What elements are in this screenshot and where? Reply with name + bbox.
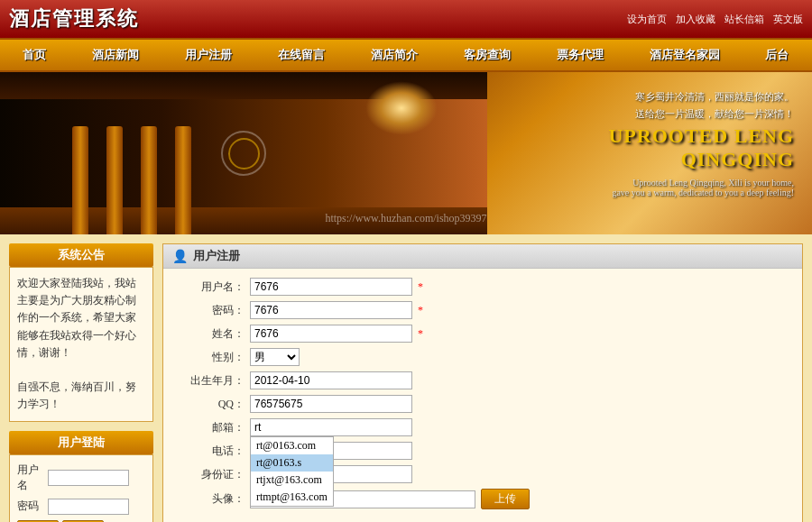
set-home-link[interactable]: 设为首页: [627, 13, 667, 26]
hero-column-2: [106, 126, 123, 234]
username-required: *: [418, 280, 423, 294]
hero-columns: [72, 126, 191, 234]
avatar-label: 头像：: [181, 491, 245, 507]
login-form: 用户名 密码 登陆 重置: [9, 454, 153, 523]
main-content: 系统公告 欢迎大家登陆我站，我站主要是为广大朋友精心制作的一个系统，希望大家能够…: [0, 234, 812, 522]
hero-column-3: [141, 126, 157, 234]
qq-input[interactable]: [250, 395, 412, 413]
nav-admin[interactable]: 后台: [758, 45, 796, 65]
site-title: 酒店管理系统: [9, 5, 139, 32]
register-title: 用户注册: [193, 248, 240, 264]
register-box: 👤 用户注册 用户名： * 密码： * 姓名：: [162, 243, 803, 522]
email-row: 邮箱： rt@0163.com rt@0163.s rtjxt@163.com …: [181, 418, 784, 436]
hero-logo-inner: [228, 138, 260, 169]
upload-button[interactable]: 上传: [481, 489, 530, 509]
username-row: 用户名： *: [181, 278, 784, 296]
email-input[interactable]: [250, 418, 412, 436]
birthday-label: 出生年月：: [181, 373, 245, 389]
login-password-row: 密码: [17, 499, 145, 515]
qq-label: QQ：: [181, 397, 245, 412]
autocomplete-item-0[interactable]: rt@0163.com: [251, 437, 333, 454]
notice-content: 欢迎大家登陆我站，我站主要是为广大朋友精心制作的一个系统，希望大家能够在我站欢得…: [9, 267, 153, 422]
nav-register[interactable]: 用户注册: [178, 45, 239, 65]
autocomplete-item-1[interactable]: rt@0163.s: [251, 454, 333, 472]
password-input[interactable]: [250, 301, 412, 319]
register-icon: 👤: [172, 249, 188, 264]
hero-en-sub: Uprooted Leng Qingqing, Xili is your hom…: [608, 178, 794, 197]
gender-row: 性别： 男 女: [181, 348, 784, 366]
birthday-input[interactable]: [250, 371, 412, 389]
realname-required: *: [418, 327, 423, 341]
login-username-row: 用户名: [17, 462, 145, 493]
hero-column-1: [72, 126, 88, 234]
hero-en-title-line2: QINGQING: [608, 148, 794, 171]
username-label: 用户名：: [181, 279, 245, 295]
hero-en-title-line1: UPROOTED LENG: [608, 124, 794, 148]
top-links: 设为首页 加入收藏 站长信箱 英文版: [627, 13, 803, 26]
email-autocomplete: rt@0163.com rt@0163.s rtjxt@163.com rtmp…: [250, 436, 334, 507]
hero-text: 寒乡蜀井冷清清，西丽就是你的家。 送给您一片温暖，献给您一片深情！ UPROOT…: [608, 90, 794, 197]
password-row: 密码： *: [181, 301, 784, 319]
top-bar: 酒店管理系统 设为首页 加入收藏 站长信箱 英文版: [0, 0, 812, 38]
hero-cn-line2: 送给您一片温暖，献给您一片深情！: [608, 107, 794, 121]
autocomplete-item-3[interactable]: rtmpt@163.com: [251, 489, 333, 506]
hero-column-4: [175, 126, 191, 234]
hero-banner: 寒乡蜀井冷清清，西丽就是你的家。 送给您一片温暖，献给您一片深情！ UPROOT…: [0, 72, 812, 234]
webmaster-link[interactable]: 站长信箱: [724, 13, 764, 26]
gender-select[interactable]: 男 女: [250, 348, 300, 366]
email-container: rt@0163.com rt@0163.s rtjxt@163.com rtmp…: [250, 418, 412, 436]
sidebar: 系统公告 欢迎大家登陆我站，我站主要是为广大朋友精心制作的一个系统，希望大家能够…: [9, 243, 153, 522]
realname-label: 姓名：: [181, 326, 245, 342]
login-header: 用户登陆: [9, 431, 153, 454]
nav-bar: 首页 酒店新闻 用户注册 在线留言 酒店简介 客房查询 票务代理 酒店登名家园 …: [0, 38, 812, 72]
hero-logo: [221, 131, 266, 176]
nav-hotel-home[interactable]: 酒店登名家园: [642, 45, 727, 65]
right-main: 👤 用户注册 用户名： * 密码： * 姓名：: [162, 243, 803, 522]
nav-news[interactable]: 酒店新闻: [85, 45, 146, 65]
hero-logo-circle: [221, 131, 266, 176]
nav-message[interactable]: 在线留言: [271, 45, 332, 65]
nav-about[interactable]: 酒店简介: [364, 45, 425, 65]
english-link[interactable]: 英文版: [773, 13, 803, 26]
qq-row: QQ：: [181, 395, 784, 413]
email-label: 邮箱：: [181, 420, 245, 435]
idcard-label: 身份证：: [181, 467, 245, 482]
birthday-row: 出生年月：: [181, 371, 784, 389]
nav-rooms[interactable]: 客房查询: [457, 45, 518, 65]
password-required: *: [418, 304, 423, 317]
nav-home[interactable]: 首页: [15, 45, 53, 65]
hero-chandelier: [365, 81, 438, 135]
register-form: 用户名： * 密码： * 姓名： * 性别：: [163, 269, 802, 522]
autocomplete-item-2[interactable]: rtjxt@163.com: [251, 472, 333, 489]
login-username-input[interactable]: [48, 470, 129, 486]
password-label: 密码：: [181, 303, 245, 318]
login-username-label: 用户名: [17, 462, 44, 493]
hero-cn-line1: 寒乡蜀井冷清清，西丽就是你的家。: [608, 90, 794, 104]
hero-watermark: https://www.huzhan.com/ishop39397: [325, 212, 486, 225]
gender-label: 性别：: [181, 350, 245, 365]
notice-section: 系统公告 欢迎大家登陆我站，我站主要是为广大朋友精心制作的一个系统，希望大家能够…: [9, 243, 153, 422]
realname-input[interactable]: [250, 325, 412, 343]
register-header: 👤 用户注册: [163, 244, 802, 269]
bookmark-link[interactable]: 加入收藏: [676, 13, 715, 26]
login-password-label: 密码: [17, 499, 44, 514]
notice-header: 系统公告: [9, 243, 153, 267]
username-input[interactable]: [250, 278, 412, 296]
realname-row: 姓名： *: [181, 325, 784, 343]
phone-label: 电话：: [181, 444, 245, 459]
login-password-input[interactable]: [48, 499, 129, 515]
login-section: 用户登陆 用户名 密码 登陆 重置: [9, 431, 153, 523]
nav-tickets[interactable]: 票务代理: [549, 45, 611, 65]
